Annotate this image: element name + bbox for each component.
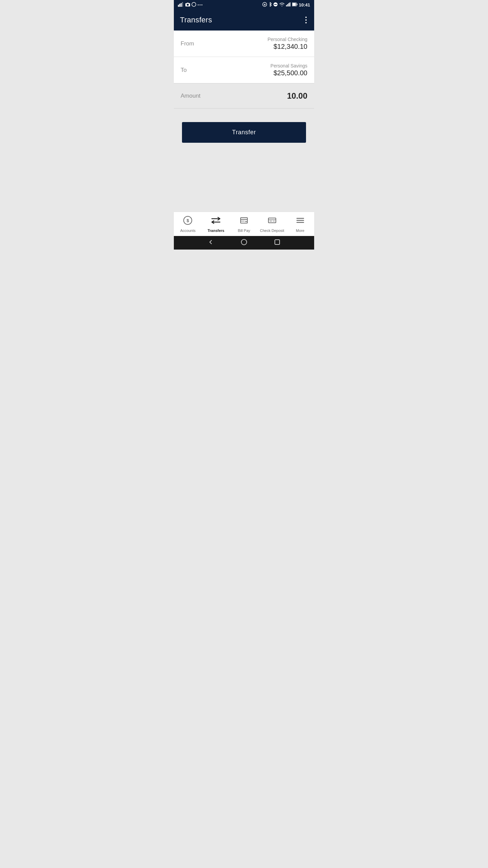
nav-label-transfers: Transfers — [207, 229, 224, 233]
accounts-icon: $ — [183, 216, 192, 227]
billpay-icon — [239, 216, 249, 227]
wifi-icon — [279, 2, 285, 7]
svg-rect-15 — [292, 3, 296, 6]
home-button[interactable] — [241, 239, 247, 246]
status-bar: ••• ⊕ — [174, 0, 314, 9]
to-amount: $25,500.00 — [270, 69, 307, 77]
menu-dot-2 — [305, 19, 307, 21]
status-left: ••• — [178, 2, 203, 7]
overflow-menu-button[interactable] — [304, 15, 308, 25]
signal-bars — [178, 2, 184, 7]
svg-rect-18 — [241, 218, 247, 223]
bottom-navigation: $ Accounts Transfers Bill Pay — [174, 212, 314, 236]
battery-icon — [292, 2, 298, 7]
svg-rect-0 — [178, 5, 179, 7]
amount-value: 10.00 — [287, 91, 307, 101]
camera-icon — [185, 2, 190, 7]
overflow-dots: ••• — [198, 3, 203, 7]
svg-rect-21 — [275, 240, 280, 244]
nav-item-transfers[interactable]: Transfers — [202, 212, 230, 236]
status-right: ⊕ — [262, 2, 310, 7]
svg-rect-9 — [286, 5, 287, 6]
menu-dot-3 — [305, 22, 307, 23]
back-button[interactable] — [208, 239, 214, 246]
transfer-button[interactable]: Transfer — [182, 122, 306, 143]
nav-item-more[interactable]: More — [286, 212, 314, 236]
svg-rect-1 — [179, 4, 180, 7]
svg-rect-12 — [289, 2, 290, 6]
from-account-name: Personal Checking — [267, 37, 307, 42]
svg-rect-19 — [268, 218, 276, 223]
svg-point-20 — [241, 239, 247, 245]
page-title: Transfers — [180, 16, 212, 24]
nav-label-billpay: Bill Pay — [238, 229, 250, 233]
menu-dot-1 — [305, 17, 307, 18]
from-amount: $12,340.10 — [267, 43, 307, 51]
amount-label: Amount — [181, 93, 201, 99]
checkdeposit-icon — [267, 216, 277, 227]
nfc-icon: ⊕ — [262, 2, 267, 7]
from-value-group: Personal Checking $12,340.10 — [267, 37, 307, 51]
time-display: 10:41 — [299, 2, 310, 7]
svg-text:⊕: ⊕ — [264, 3, 266, 6]
button-area: Transfer — [174, 108, 314, 212]
svg-rect-8 — [274, 4, 277, 5]
svg-rect-11 — [288, 3, 289, 6]
nav-label-more: More — [296, 229, 304, 233]
from-row[interactable]: From Personal Checking $12,340.10 — [174, 31, 314, 57]
nav-item-checkdeposit[interactable]: Check Deposit — [258, 212, 286, 236]
to-account-name: Personal Savings — [270, 63, 307, 68]
circle-icon — [191, 2, 196, 7]
transfers-icon — [211, 216, 221, 227]
to-label: To — [181, 67, 187, 74]
signal-strength-icon — [286, 2, 291, 7]
svg-rect-2 — [181, 3, 182, 7]
nav-item-accounts[interactable]: $ Accounts — [174, 212, 202, 236]
more-icon — [296, 216, 305, 227]
to-row[interactable]: To Personal Savings $25,500.00 — [174, 57, 314, 84]
system-nav-bar — [174, 236, 314, 250]
to-value-group: Personal Savings $25,500.00 — [270, 63, 307, 77]
recents-button[interactable] — [274, 239, 280, 246]
svg-rect-3 — [182, 2, 183, 7]
svg-rect-10 — [287, 4, 288, 6]
main-content: From Personal Checking $12,340.10 To Per… — [174, 31, 314, 212]
svg-rect-14 — [297, 4, 297, 5]
app-header: Transfers — [174, 9, 314, 31]
nav-label-accounts: Accounts — [180, 229, 196, 233]
nav-item-billpay[interactable]: Bill Pay — [230, 212, 258, 236]
minus-circle-icon — [273, 2, 278, 7]
bluetooth-icon — [268, 2, 272, 7]
amount-row[interactable]: Amount 10.00 — [174, 84, 314, 108]
svg-text:$: $ — [187, 218, 189, 223]
svg-point-4 — [192, 2, 196, 6]
from-label: From — [181, 40, 194, 47]
nav-label-checkdeposit: Check Deposit — [260, 229, 284, 233]
